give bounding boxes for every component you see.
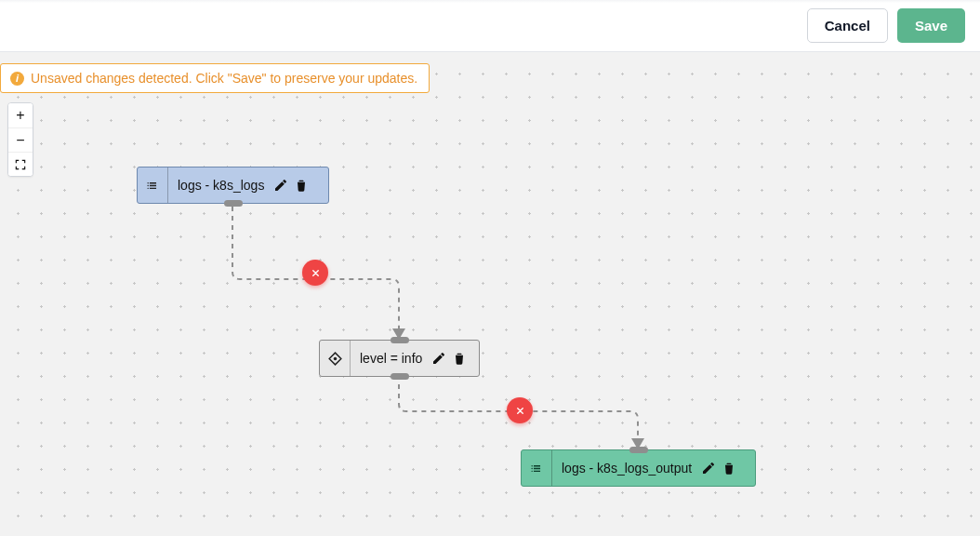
svg-point-2 [147, 181, 148, 182]
zoom-out-button[interactable]: − [8, 127, 33, 152]
svg-point-3 [147, 184, 148, 185]
node-input-handle[interactable] [629, 447, 648, 453]
node-sink[interactable]: logs - k8s_logs_output [521, 449, 756, 487]
unsaved-changes-banner: i Unsaved changes detected. Click "Save"… [0, 63, 430, 93]
zoom-in-button[interactable]: + [8, 103, 33, 127]
filter-icon [320, 341, 351, 376]
info-icon: i [10, 72, 24, 86]
node-input-handle[interactable] [391, 337, 409, 343]
fit-view-button[interactable] [8, 152, 33, 176]
save-button[interactable]: Save [897, 8, 965, 43]
zoom-controls: + − [7, 102, 33, 177]
node-label: level = info [351, 341, 431, 376]
svg-point-4 [147, 187, 148, 188]
delete-node-button[interactable] [722, 461, 736, 476]
delete-node-button[interactable] [452, 351, 467, 366]
svg-point-7 [531, 467, 532, 468]
edit-node-button[interactable] [273, 178, 288, 193]
node-label: logs - k8s_logs_output [552, 450, 701, 486]
node-output-handle[interactable] [391, 373, 409, 380]
delete-node-button[interactable] [294, 178, 309, 193]
cancel-button[interactable]: Cancel [807, 8, 888, 43]
edit-node-button[interactable] [431, 351, 446, 366]
node-output-handle[interactable] [224, 200, 243, 207]
sink-icon [522, 450, 552, 486]
edit-node-button[interactable] [701, 461, 716, 476]
canvas-grid [0, 52, 980, 536]
delete-edge-button[interactable] [507, 397, 533, 423]
pipeline-canvas[interactable]: i Unsaved changes detected. Click "Save"… [0, 52, 980, 536]
node-filter[interactable]: level = info [319, 340, 480, 377]
delete-edge-button[interactable] [302, 260, 328, 286]
node-source[interactable]: logs - k8s_logs [137, 167, 329, 204]
svg-point-6 [531, 464, 532, 465]
source-icon [138, 168, 168, 203]
banner-text: Unsaved changes detected. Click "Save" t… [31, 71, 417, 86]
svg-point-8 [531, 470, 532, 471]
node-label: logs - k8s_logs [168, 168, 273, 203]
svg-point-5 [333, 356, 337, 360]
header-toolbar: Cancel Save [0, 0, 980, 52]
